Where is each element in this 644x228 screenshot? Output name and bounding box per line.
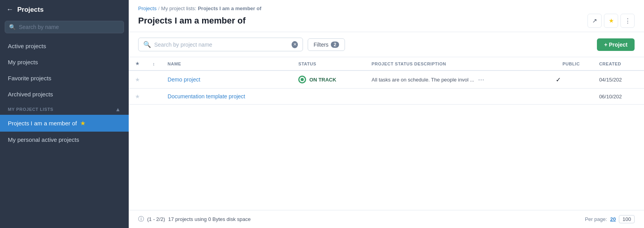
status-badge: ON TRACK (298, 76, 359, 83)
col-status: STATUS (292, 57, 365, 71)
per-page-label: Per page: (585, 216, 607, 222)
row-desc-cell: All tasks are on schedule. The people in… (365, 71, 549, 89)
main-header: Projects / My project lists: Projects I … (129, 0, 644, 32)
breadcrumb-current: Projects I am a member of (198, 5, 261, 11)
chevron-up-icon: ▲ (115, 106, 121, 112)
created-date: 06/10/202 (599, 94, 622, 100)
row-pin-cell (146, 71, 161, 89)
row-created-cell: 04/15/202 (593, 71, 644, 89)
search-icon: 🔍 (143, 41, 151, 48)
table-header-row: ★ ↕ NAME STATUS PROJECT STATUS DESCRIPTI… (129, 57, 644, 71)
page-title: Projects I am a member of (138, 16, 246, 26)
per-page-100[interactable]: 100 (619, 215, 635, 223)
desc-text: All tasks are on schedule. The people in… (372, 77, 474, 83)
add-project-button[interactable]: + Project (597, 38, 635, 51)
filter-count-badge: 2 (331, 42, 339, 48)
sidebar-item-label: My projects (8, 59, 38, 65)
more-options-button[interactable]: ⋮ (620, 14, 635, 28)
section-label: MY PROJECT LISTS (8, 107, 53, 112)
info-icon: ⓘ (138, 215, 144, 223)
share-button[interactable]: ↗︎ (587, 14, 602, 28)
status-dot (301, 78, 304, 81)
description-more-button[interactable]: ⋯ (476, 76, 486, 83)
row-star-cell: ★ (129, 89, 146, 105)
col-desc: PROJECT STATUS DESCRIPTION (365, 57, 549, 71)
star-icon: ★ (609, 17, 614, 24)
breadcrumb: Projects / My project lists: Projects I … (138, 5, 635, 11)
sidebar-item-archived-projects[interactable]: Archived projects (0, 86, 129, 102)
filters-label: Filters (314, 42, 328, 48)
project-link[interactable]: Documentation template project (168, 93, 245, 100)
per-page-20[interactable]: 20 (610, 216, 616, 222)
star-icon: ★ (80, 119, 86, 127)
sidebar-item-active-projects[interactable]: Active projects (0, 38, 129, 54)
sidebar-search-box[interactable]: 🔍 (5, 21, 124, 33)
row-public-cell (549, 89, 593, 105)
sidebar-item-label: Projects I am a member of (8, 120, 77, 127)
breadcrumb-sub: My project lists: (161, 5, 197, 11)
col-name: NAME (161, 57, 292, 71)
project-search-input[interactable] (154, 42, 288, 48)
sidebar-item-personal-active[interactable]: My personal active projects (0, 132, 129, 148)
pin-header-icon: ↕ (153, 62, 155, 66)
col-created: CREATED (593, 57, 644, 71)
projects-table-container: ★ ↕ NAME STATUS PROJECT STATUS DESCRIPTI… (129, 57, 644, 210)
row-desc-cell (365, 89, 549, 105)
status-text: ON TRACK (309, 77, 336, 83)
sidebar: ← Projects 🔍 Active projects My projects… (0, 0, 129, 228)
sidebar-title: Projects (17, 6, 44, 14)
clear-search-button[interactable]: ✕ (292, 41, 298, 48)
row-star-icon: ★ (135, 76, 140, 83)
project-link[interactable]: Demo project (168, 76, 200, 83)
share-icon: ↗︎ (592, 17, 597, 24)
public-check-icon: ✓ (556, 76, 561, 83)
breadcrumb-projects-link[interactable]: Projects (138, 5, 157, 11)
title-row: Projects I am a member of ↗︎ ★ ⋮ (138, 14, 635, 28)
sidebar-item-my-projects[interactable]: My projects (0, 54, 129, 70)
row-public-cell: ✓ (549, 71, 593, 89)
sidebar-item-label: Favorite projects (8, 75, 51, 81)
row-star-cell: ★ (129, 71, 146, 89)
sidebar-search-input[interactable] (19, 24, 120, 30)
row-star-icon: ★ (135, 93, 140, 100)
add-project-label: + Project (604, 42, 628, 48)
row-status-cell (292, 89, 365, 105)
table-row: ★ Documentation template project 06/10/2… (129, 89, 644, 105)
breadcrumb-separator: / (158, 5, 160, 11)
toolbar: 🔍 ✕ Filters 2 + Project (129, 32, 644, 57)
col-public: PUBLIC (549, 57, 593, 71)
favorite-button[interactable]: ★ (604, 14, 618, 28)
disk-info-text: 17 projects using 0 Bytes disk space (168, 216, 251, 222)
footer-left: ⓘ (1 - 2/2) 17 projects using 0 Bytes di… (138, 215, 251, 223)
sidebar-item-label: My personal active projects (8, 136, 79, 143)
sidebar-item-label: Archived projects (8, 91, 53, 98)
sidebar-nav: Active projects My projects Favorite pro… (0, 38, 129, 228)
row-pin-cell (146, 89, 161, 105)
project-search-box[interactable]: 🔍 ✕ (138, 38, 303, 51)
status-circle-icon (298, 76, 306, 83)
back-button[interactable]: ← (6, 5, 13, 14)
table-footer: ⓘ (1 - 2/2) 17 projects using 0 Bytes di… (129, 210, 644, 228)
sidebar-header: ← Projects (0, 0, 129, 19)
my-project-lists-section[interactable]: MY PROJECT LISTS ▲ (0, 102, 129, 115)
row-status-cell: ON TRACK (292, 71, 365, 89)
row-name-cell: Documentation template project (161, 89, 292, 105)
ellipsis-icon: ⋮ (625, 17, 631, 24)
pagination-text: (1 - 2/2) (147, 216, 165, 222)
main-content: Projects / My project lists: Projects I … (129, 0, 644, 228)
sidebar-item-label: Active projects (8, 43, 46, 49)
search-icon: 🔍 (9, 24, 16, 30)
row-created-cell: 06/10/202 (593, 89, 644, 105)
created-date: 04/15/202 (599, 77, 622, 83)
projects-table: ★ ↕ NAME STATUS PROJECT STATUS DESCRIPTI… (129, 57, 644, 105)
star-header-icon: ★ (135, 61, 140, 66)
filters-button[interactable]: Filters 2 (308, 38, 345, 51)
col-star: ★ (129, 57, 146, 71)
title-actions: ↗︎ ★ ⋮ (587, 14, 635, 28)
col-pin: ↕ (146, 57, 161, 71)
row-name-cell: Demo project (161, 71, 292, 89)
sidebar-item-projects-member-of[interactable]: Projects I am a member of ★ (0, 115, 129, 132)
table-row: ★ Demo project ON TRACK (129, 71, 644, 89)
footer-right: Per page: 20 100 (585, 215, 635, 223)
sidebar-item-favorite-projects[interactable]: Favorite projects (0, 70, 129, 86)
